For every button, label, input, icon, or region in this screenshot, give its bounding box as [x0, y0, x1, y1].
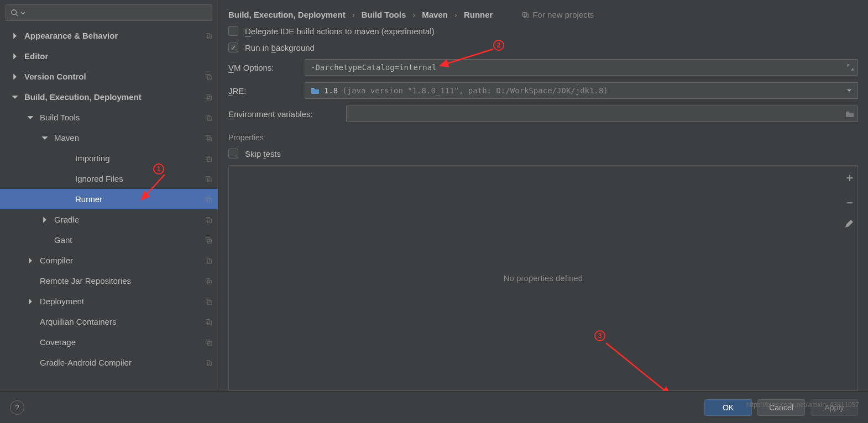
tree-item-label: Gradle — [54, 215, 79, 224]
svg-rect-29 — [207, 321, 211, 325]
svg-rect-9 — [207, 117, 211, 120]
tree-item-label: Runner — [75, 194, 102, 204]
tree-item-compiler[interactable]: Compiler — [0, 250, 218, 271]
svg-rect-5 — [207, 76, 211, 80]
breadcrumb-item[interactable]: Build Tools — [362, 10, 406, 19]
svg-rect-4 — [206, 74, 210, 78]
tree-arrow-icon — [11, 73, 19, 81]
tree-item-runner[interactable]: Runner — [0, 189, 218, 209]
tree-item-label: Coverage — [40, 337, 76, 347]
tree-item-editor[interactable]: Editor — [0, 46, 218, 66]
tree-item-maven[interactable]: Maven — [0, 128, 218, 148]
tree-item-importing[interactable]: Importing — [0, 148, 218, 168]
folder-open-icon[interactable] — [845, 110, 854, 118]
tree-item-label: Importing — [75, 154, 110, 163]
tree-item-appearance-behavior[interactable]: Appearance & Behavior — [0, 25, 218, 46]
tree-item-ignored-files[interactable]: Ignored Files — [0, 168, 218, 189]
svg-rect-7 — [207, 96, 211, 100]
dialog-footer: ? OK Cancel Apply https://blog.csdn.net/… — [0, 391, 868, 423]
search-icon — [11, 9, 18, 17]
svg-rect-11 — [207, 137, 211, 141]
settings-sidebar: Appearance & BehaviorEditorVersion Contr… — [0, 0, 218, 391]
svg-line-1 — [16, 14, 18, 17]
tree-arrow-icon — [11, 52, 19, 60]
svg-rect-30 — [206, 340, 210, 343]
tree-item-deployment[interactable]: Deployment — [0, 291, 218, 311]
env-label: Environment variables: — [228, 109, 336, 119]
properties-table[interactable]: No properties defined ＋ － — [228, 165, 858, 391]
tree-item-build-tools[interactable]: Build Tools — [0, 107, 218, 128]
copy-icon — [205, 339, 212, 346]
run-background-checkbox[interactable] — [228, 43, 238, 52]
jre-select[interactable]: 1.8 (java version "1.8.0_111", path: D:/… — [305, 82, 858, 99]
svg-point-0 — [12, 10, 17, 15]
svg-rect-21 — [207, 239, 211, 243]
tree-item-version-control[interactable]: Version Control — [0, 66, 218, 87]
expand-icon[interactable] — [846, 64, 854, 71]
tree-arrow-icon — [41, 216, 49, 224]
add-icon[interactable]: ＋ — [844, 170, 855, 185]
apply-button[interactable]: Apply — [811, 399, 858, 416]
svg-rect-36 — [311, 88, 314, 89]
copy-icon — [205, 155, 212, 162]
copy-icon — [205, 318, 212, 326]
svg-rect-25 — [207, 280, 211, 284]
svg-rect-14 — [206, 176, 210, 180]
vm-options-value: -DarchetypeCatalog=internal — [311, 63, 437, 72]
svg-rect-13 — [207, 157, 211, 161]
tree-arrow-icon — [11, 32, 19, 40]
tree-item-gradle[interactable]: Gradle — [0, 209, 218, 230]
copy-icon — [205, 216, 212, 224]
svg-rect-16 — [206, 197, 210, 200]
svg-rect-27 — [207, 300, 211, 304]
copy-icon — [205, 236, 212, 244]
tree-item-coverage[interactable]: Coverage — [0, 332, 218, 352]
vm-options-input[interactable]: -DarchetypeCatalog=internal — [305, 59, 858, 76]
svg-rect-10 — [206, 135, 210, 139]
env-input[interactable] — [346, 105, 858, 122]
tree-arrow-icon — [41, 134, 49, 142]
svg-rect-18 — [206, 217, 210, 221]
copy-icon — [521, 11, 529, 19]
chevron-down-icon[interactable] — [846, 88, 852, 93]
svg-rect-23 — [207, 260, 211, 263]
copy-icon — [205, 257, 212, 265]
copy-icon — [205, 93, 212, 101]
tree-item-label: Deployment — [40, 297, 84, 306]
copy-icon — [205, 195, 212, 203]
cancel-button[interactable]: Cancel — [757, 399, 805, 416]
tree-item-label: Gant — [54, 235, 72, 245]
breadcrumb-item[interactable]: Runner — [464, 10, 493, 19]
remove-icon[interactable]: － — [844, 195, 855, 210]
edit-icon[interactable] — [844, 220, 853, 229]
copy-icon — [205, 277, 212, 285]
settings-tree[interactable]: Appearance & BehaviorEditorVersion Contr… — [0, 25, 218, 391]
jre-label: JRE: — [228, 86, 295, 96]
breadcrumb-item[interactable]: Maven — [422, 10, 448, 19]
copy-icon — [205, 114, 212, 121]
help-button[interactable]: ? — [10, 400, 24, 415]
ok-button[interactable]: OK — [704, 399, 752, 416]
search-input[interactable] — [6, 4, 212, 21]
tree-item-label: Ignored Files — [75, 174, 123, 183]
svg-rect-32 — [206, 360, 210, 364]
scope-hint: For new projects — [521, 10, 594, 19]
copy-icon — [205, 175, 212, 183]
tree-item-build-execution-deployment[interactable]: Build, Execution, Deployment — [0, 87, 218, 107]
copy-icon — [205, 298, 212, 305]
tree-item-gradle-android-compiler[interactable]: Gradle-Android Compiler — [0, 352, 218, 373]
chevron-right-icon: › — [352, 10, 355, 19]
svg-rect-15 — [207, 178, 211, 182]
settings-content: Build, Execution, Deployment › Build Too… — [218, 0, 868, 391]
tree-item-arquillian-containers[interactable]: Arquillian Containers — [0, 311, 218, 332]
delegate-checkbox[interactable] — [228, 26, 238, 36]
tree-item-remote-jar-repositories[interactable]: Remote Jar Repositories — [0, 271, 218, 291]
svg-rect-8 — [206, 115, 210, 119]
tree-item-label: Build Tools — [40, 113, 80, 122]
skip-tests-checkbox[interactable] — [228, 149, 238, 158]
tree-item-gant[interactable]: Gant — [0, 230, 218, 250]
jre-details: (java version "1.8.0_111", path: D:/Work… — [342, 86, 608, 95]
svg-rect-20 — [206, 237, 210, 241]
breadcrumb-item[interactable]: Build, Execution, Deployment — [228, 10, 346, 19]
svg-rect-28 — [206, 319, 210, 323]
